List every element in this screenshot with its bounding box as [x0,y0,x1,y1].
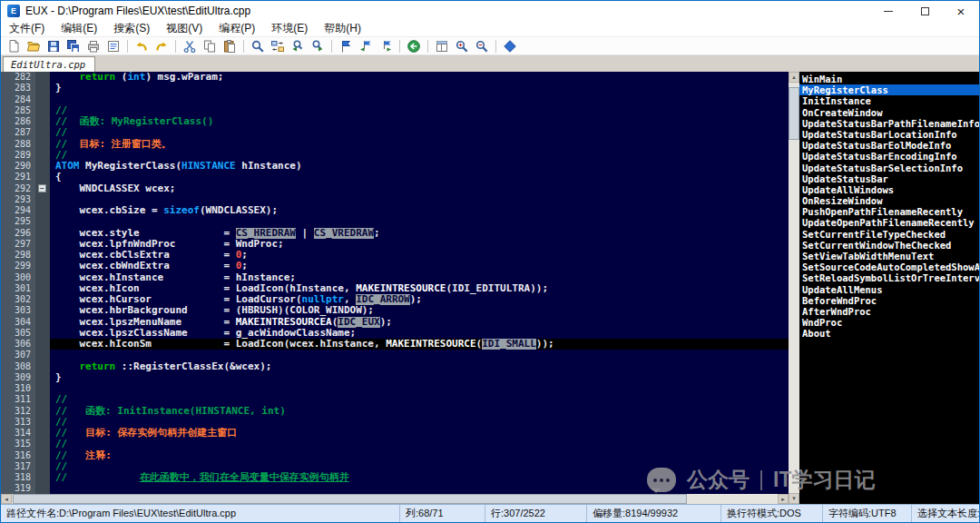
replace-button[interactable] [269,37,287,54]
code-line-287[interactable]: 287// [1,127,789,138]
function-list-item[interactable]: OnCreateWindow [799,107,979,118]
nav-back-button[interactable] [405,37,423,54]
code-line-290[interactable]: 290ATOM MyRegisterClass(HINSTANCE hInsta… [1,161,789,172]
scroll-right-icon[interactable]: ► [778,494,789,504]
code-line-302[interactable]: 302 wcex.hCursor = LoadCursor(nullptr, I… [1,294,789,305]
copy-button[interactable] [201,37,219,54]
menu-item-2[interactable]: 编辑(E) [53,21,105,36]
function-list-item[interactable]: PushOpenPathFilenameRecently [799,206,979,217]
redo-button[interactable] [152,37,171,54]
code-line-317[interactable]: 317// [1,461,789,472]
save-all-button[interactable] [64,37,83,54]
function-list-item[interactable]: UpdateStatusBarPathFilenameInfo [799,118,979,129]
code-line-311[interactable]: 311// [1,394,789,405]
zoom-in-button[interactable] [453,37,471,54]
code-line-299[interactable]: 299 wcex.cbWndExtra = 0; [1,261,789,271]
code-line-296[interactable]: 296 wcex.style = CS_HREDRAW | CS_VREDRAW… [1,228,789,239]
hscroll-track[interactable] [12,494,778,504]
scroll-up-icon[interactable]: ▲ [789,72,799,83]
code-line-283[interactable]: 283} [1,83,789,94]
code-line-314[interactable]: 314// 目标: 保存实例句柄并创建主窗口 [1,428,789,439]
bookmark-button[interactable] [337,37,355,54]
code-line-288[interactable]: 288// 目标: 注册窗口类。 [1,139,789,150]
code-line-284[interactable]: 284 [1,94,789,105]
fold-collapse-icon[interactable]: − [38,184,46,192]
undo-button[interactable] [132,37,151,54]
file-list-button[interactable] [104,37,122,54]
code-line-306[interactable]: 306 wcex.hIconSm = LoadIcon(wcex.hInstan… [1,339,789,350]
editor-vertical-scrollbar[interactable]: ▲ ▼ [789,72,799,504]
scroll-down-icon[interactable]: ▼ [789,493,799,504]
bookmark-next-button[interactable] [377,37,395,54]
menu-item-4[interactable]: 视图(V) [158,21,211,36]
code-line-312[interactable]: 312// 函数: InitInstance(HINSTANCE, int) [1,406,789,417]
code-line-293[interactable]: 293 [1,194,789,205]
code-line-286[interactable]: 286// 函数: MyRegisterClass() [1,116,789,127]
function-list-item[interactable]: UpdateStatusBarSelectionInfo [799,163,979,173]
function-list-item[interactable]: OnResizeWindow [799,195,979,206]
function-list-item[interactable]: WndProc [799,317,979,328]
function-list-item[interactable]: SetCurrentFileTypeChecked [799,229,979,240]
function-list-item[interactable]: SetViewTabWidthMenuText [799,251,979,262]
function-list-item[interactable]: UpdateStatusBar [799,173,979,184]
code-line-315[interactable]: 315// [1,439,789,449]
function-list-item[interactable]: SetCurrentWindowTheChecked [799,240,979,251]
code-line-301[interactable]: 301 wcex.hIcon = LoadIcon(hInstance, MAK… [1,283,789,294]
editor-horizontal-scrollbar[interactable]: ◄ ► [1,494,789,504]
function-list-item[interactable]: InitInstance [799,95,979,106]
code-line-300[interactable]: 300 wcex.hInstance = hInstance; [1,272,789,283]
zoom-out-button[interactable] [473,37,491,54]
code-rows[interactable]: 282 return (int) msg.wParam;283}284285//… [1,72,789,494]
function-list-item[interactable]: UpdateStatusBarLocationInfo [799,129,979,140]
cut-button[interactable] [181,37,199,54]
hscroll-thumb[interactable] [13,494,687,504]
code-line-289[interactable]: 289// [1,150,789,161]
print-button[interactable] [84,37,103,54]
function-list-item[interactable]: UpdateStatusBarEolModeInfo [799,140,979,151]
window-list-button[interactable] [433,37,451,54]
function-list-item[interactable]: About [799,328,979,339]
code-line-305[interactable]: 305 wcex.lpszClassName = g_acWindowClass… [1,328,789,339]
editor[interactable]: 282 return (int) msg.wParam;283}284285//… [1,72,789,504]
function-list-item[interactable]: WinMain [799,74,979,84]
code-line-291[interactable]: 291{ [1,172,789,183]
minimize-button[interactable] [870,1,906,21]
code-line-298[interactable]: 298 wcex.cbClsExtra = 0; [1,250,789,261]
menu-item-6[interactable]: 环境(E) [263,21,316,36]
function-list-item[interactable]: UpdateAllWindows [799,184,979,195]
scroll-left-icon[interactable]: ◄ [1,494,12,504]
code-line-310[interactable]: 310 [1,383,789,394]
menu-item-1[interactable]: 文件(F) [1,21,53,36]
code-line-304[interactable]: 304 wcex.lpszMenuName = MAKEINTRESOURCEA… [1,317,789,328]
code-line-308[interactable]: 308 return ::RegisterClassEx(&wcex); [1,361,789,372]
find-next-button[interactable] [309,37,327,54]
function-list-item[interactable]: MyRegisterClass [799,84,979,95]
save-button[interactable] [44,37,63,54]
compare-button[interactable] [501,37,519,54]
code-line-307[interactable]: 307 [1,350,789,360]
function-list-item[interactable]: BeforeWndProc [799,295,979,306]
code-line-294[interactable]: 294 wcex.cbSize = sizeof(WNDCLASSEX); [1,205,789,216]
function-list-item[interactable]: UpdateOpenPathFilenameRecently [799,217,979,228]
maximize-button[interactable] [906,1,943,21]
function-list-item[interactable]: AfterWndProc [799,306,979,317]
function-list-item[interactable]: SetSourceCodeAutoCompletedShowA [799,262,979,272]
bookmark-prev-button[interactable] [357,37,375,54]
find-prev-button[interactable] [289,37,307,54]
vscroll-thumb[interactable] [789,87,799,140]
open-file-button[interactable] [24,37,43,54]
code-line-318[interactable]: 318// 在此函数中，我们在全局变量中保存实例句柄并 [1,472,789,483]
code-line-303[interactable]: 303 wcex.hbrBackground = (HBRUSH)(COLOR_… [1,305,789,316]
code-line-282[interactable]: 282 return (int) msg.wParam; [1,72,789,83]
code-line-295[interactable]: 295 [1,216,789,227]
code-line-313[interactable]: 313// [1,417,789,428]
code-line-319[interactable]: 319 [1,483,789,494]
find-button[interactable] [249,37,267,54]
menu-item-7[interactable]: 帮助(H) [316,21,369,36]
code-line-292[interactable]: 292− WNDCLASSEX wcex; [1,183,789,194]
code-line-285[interactable]: 285// [1,105,789,116]
close-button[interactable]: × [943,1,979,21]
tab-editultra-cpp[interactable]: EditUltra.cpp [3,56,95,72]
vscroll-track[interactable] [789,83,799,493]
function-list-item[interactable]: UpdateStatusBarEncodingInfo [799,151,979,162]
